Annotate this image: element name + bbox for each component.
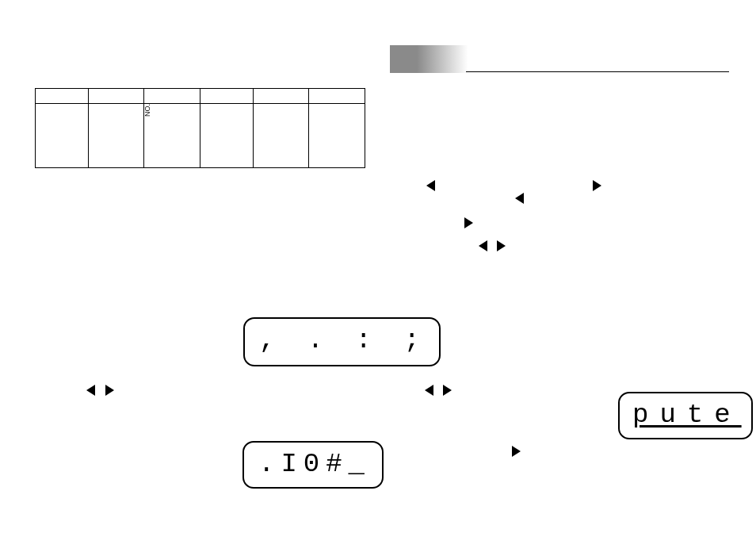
table-cell: NO. xyxy=(144,104,200,168)
table-vertical-label: NO. xyxy=(144,104,151,118)
char-box-pute-text: pute xyxy=(632,401,742,428)
table-cell xyxy=(88,104,144,168)
arrow-left-icon xyxy=(515,193,524,204)
arrow-right-icon xyxy=(464,217,473,228)
table-header-cell xyxy=(253,89,309,104)
arrow-left-icon xyxy=(479,240,487,251)
data-table-head xyxy=(36,89,365,104)
table-cell xyxy=(309,104,365,168)
table-cell xyxy=(200,104,253,168)
table-row: NO. xyxy=(36,104,365,168)
data-table-wrapper: NO. xyxy=(35,88,365,168)
char-box-symbols: .I0#_ xyxy=(242,441,384,489)
arrow-right-icon xyxy=(105,385,114,396)
header-rule xyxy=(466,71,729,72)
table-header-cell xyxy=(144,89,200,104)
char-box-pute: pute xyxy=(618,392,753,439)
data-table: NO. xyxy=(35,88,365,168)
arrow-right-icon xyxy=(512,446,521,457)
arrow-right-icon xyxy=(593,180,601,191)
data-table-body: NO. xyxy=(36,104,365,168)
table-header-row xyxy=(36,89,365,104)
arrow-right-icon xyxy=(497,240,506,251)
arrow-right-icon xyxy=(443,385,452,396)
table-header-cell xyxy=(36,89,89,104)
table-cell xyxy=(36,104,89,168)
table-header-cell xyxy=(88,89,144,104)
table-cell xyxy=(253,104,309,168)
arrow-left-icon xyxy=(426,180,435,191)
char-box-symbols-text: .I0#_ xyxy=(258,451,371,477)
table-header-cell xyxy=(309,89,365,104)
arrow-left-icon xyxy=(86,385,95,396)
char-box-punctuation: , . : ; xyxy=(243,317,441,366)
header-gradient-block xyxy=(390,45,468,73)
table-header-cell xyxy=(200,89,253,104)
arrow-left-icon xyxy=(425,385,433,396)
char-box-punctuation-text: , . : ; xyxy=(259,327,428,354)
